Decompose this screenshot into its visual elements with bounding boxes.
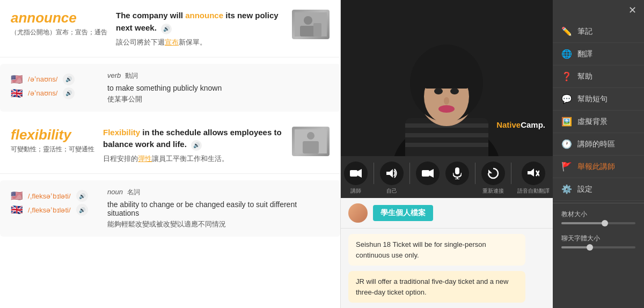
flag-icon: 🚩 xyxy=(561,162,572,172)
translate-label: 翻譯 xyxy=(577,49,592,59)
sound-btn-announce[interactable]: 🔊 xyxy=(161,24,172,34)
chat-message-2-text: JR will offer a traditional five-day tic… xyxy=(356,277,508,296)
sidebar-item-translate[interactable]: 🌐 翻譯 xyxy=(553,43,644,65)
control-mute-translation[interactable]: 語音自動翻譯 xyxy=(517,162,550,195)
def-zh-announce: 使某事公開 xyxy=(107,94,330,104)
mic-icon xyxy=(445,162,469,185)
control-reconnect[interactable]: 重新連接 xyxy=(481,162,505,195)
svg-point-1 xyxy=(304,16,312,25)
settings-label: 設定 xyxy=(577,185,592,194)
pos-label-announce: verb xyxy=(107,71,121,79)
chat-message-2: JR will offer a traditional five-day tic… xyxy=(348,271,525,303)
student-profile-button[interactable]: 學生個人檔案 xyxy=(373,205,433,221)
sidebar-item-report[interactable]: 🚩 舉報此講師 xyxy=(553,156,644,178)
student-avatar xyxy=(348,203,368,223)
control-volume-self[interactable]: 自己 xyxy=(380,162,404,195)
play-uk-announce[interactable]: 🔊 xyxy=(63,87,75,99)
flag-us-announce: 🇺🇸 xyxy=(11,74,23,85)
notes-icon: ✏️ xyxy=(561,26,572,36)
pron-uk-flexibility: 🇬🇧 /ˌfleksəˈbɪləti/ 🔊 xyxy=(11,204,97,216)
word-header-flexibility: flexibility 可變動性；靈活性；可變通性 Flexibility in… xyxy=(11,127,330,164)
pos-zh-announce: 動詞 xyxy=(125,72,138,79)
sidebar-item-settings[interactable]: ⚙️ 設定 xyxy=(553,178,644,201)
notes-label: 筆記 xyxy=(577,27,592,36)
control-camera-teacher[interactable]: 講師 xyxy=(344,162,368,195)
phrases-icon: 💬 xyxy=(561,94,572,104)
def-en-announce: to make something publicly known xyxy=(107,84,330,92)
controls-bar: 講師 自己 xyxy=(341,156,553,198)
pos-zh-flexibility: 名詞 xyxy=(127,188,140,196)
example-translation-flexibility: 日程安排的彈性讓員工平衡工作和生活。 xyxy=(103,154,283,164)
help-icon: ❓ xyxy=(561,71,572,82)
close-button[interactable]: ✕ xyxy=(553,0,644,20)
pron-us-announce: 🇺🇸 /əˈnaʊns/ 🔊 xyxy=(11,74,97,85)
phonetic-uk-flexibility: /ˌfleksəˈbɪləti/ xyxy=(28,206,71,214)
camera-teacher-label: 講師 xyxy=(350,187,361,195)
right-sidebar: ✕ ✏️ 筆記 🌐 翻譯 ❓ 幫助 💬 幫助短句 🖼️ 虛擬背景 🕐 講師的時區… xyxy=(553,0,644,308)
pronunciation-col-flexibility: 🇺🇸 /ˌfleksəˈbɪləti/ 🔊 🇬🇧 /ˌfleksəˈbɪləti… xyxy=(11,188,97,229)
zh-highlight-announce: 宣布 xyxy=(165,38,179,46)
pos-label-flexibility: noun xyxy=(107,188,123,196)
chat-size-thumb[interactable] xyxy=(587,244,593,251)
flag-us-flexibility: 🇺🇸 xyxy=(11,190,23,202)
sound-btn-flexibility[interactable]: 🔊 xyxy=(191,140,202,151)
svg-point-5 xyxy=(307,132,314,140)
highlight-announce: announce xyxy=(185,11,223,20)
sidebar-item-help[interactable]: ❓ 幫助 xyxy=(553,65,644,88)
dictionary-panel: announce （尤指公開地）宣布；宣告；通告 The company wil… xyxy=(0,0,341,308)
video-panel: NativeCamp. 講師 自己 xyxy=(341,0,553,308)
word-subtitle-flexibility: 可變動性；靈活性；可變通性 xyxy=(11,144,94,155)
divider-1 xyxy=(374,163,374,184)
report-label: 舉報此講師 xyxy=(577,162,615,172)
play-us-flexibility[interactable]: 🔊 xyxy=(76,190,88,202)
svg-rect-17 xyxy=(424,67,469,89)
chat-size-label: 聊天字體大小 xyxy=(561,234,635,243)
word-left-announce: announce （尤指公開地）宣布；宣告；通告 xyxy=(11,10,107,38)
svg-point-19 xyxy=(450,88,459,94)
control-camera-self[interactable] xyxy=(416,162,440,185)
example-box-announce: The company will announce its new policy… xyxy=(116,10,283,47)
svg-rect-6 xyxy=(303,141,319,153)
divider-2 xyxy=(409,163,410,184)
sidebar-item-notes[interactable]: ✏️ 筆記 xyxy=(553,20,644,43)
play-uk-flexibility[interactable]: 🔊 xyxy=(76,204,88,216)
word-section-flexibility: flexibility 可變動性；靈活性；可變通性 Flexibility in… xyxy=(0,117,340,174)
svg-marker-23 xyxy=(357,169,362,178)
chat-size-track[interactable] xyxy=(561,246,635,248)
def-en-flexibility: the ability to change or be changed easi… xyxy=(107,200,330,217)
definition-section-announce: 🇺🇸 /əˈnaʊns/ 🔊 🇬🇧 /əˈnaʊns/ 🔊 verb 動詞 to… xyxy=(0,64,340,112)
text-size-track[interactable] xyxy=(561,222,635,224)
chat-messages: Seishun 18 Ticket will be for single-per… xyxy=(341,229,553,308)
sidebar-item-virtual-bg[interactable]: 🖼️ 虛擬背景 xyxy=(553,111,644,133)
reconnect-label: 重新連接 xyxy=(482,187,504,195)
pos-flexibility: noun 名詞 xyxy=(107,188,330,197)
native-camp-logo: NativeCamp. xyxy=(496,120,545,129)
play-us-announce[interactable]: 🔊 xyxy=(63,74,75,85)
phonetic-uk-announce: /əˈnaʊns/ xyxy=(28,89,57,97)
word-left-flexibility: flexibility 可變動性；靈活性；可變通性 xyxy=(11,127,94,155)
sidebar-item-timezone[interactable]: 🕐 講師的時區 xyxy=(553,133,644,156)
mute-translation-icon xyxy=(522,162,545,185)
camera-self-icon xyxy=(416,162,440,185)
timezone-label: 講師的時區 xyxy=(577,140,615,149)
sidebar-item-phrases[interactable]: 💬 幫助短句 xyxy=(553,88,644,111)
flag-uk-announce: 🇬🇧 xyxy=(11,87,23,99)
reconnect-icon xyxy=(481,162,505,185)
control-mic[interactable] xyxy=(445,162,469,185)
svg-point-18 xyxy=(434,88,443,94)
translate-icon: 🌐 xyxy=(561,49,572,59)
video-placeholder: NativeCamp. xyxy=(341,0,553,156)
word-subtitle-announce: （尤指公開地）宣布；宣告；通告 xyxy=(11,27,107,38)
thumbnail-flexibility xyxy=(292,127,330,156)
svg-rect-3 xyxy=(313,23,321,36)
settings-icon: ⚙️ xyxy=(561,184,572,194)
thumbnail-img-announce xyxy=(292,10,330,39)
virtual-bg-icon: 🖼️ xyxy=(561,116,572,127)
divider-4 xyxy=(511,163,511,184)
pron-us-flexibility: 🇺🇸 /ˌfleksəˈbɪləti/ 🔊 xyxy=(11,190,97,202)
svg-point-20 xyxy=(444,97,449,105)
phonetic-us-flexibility: /ˌfleksəˈbɪləti/ xyxy=(28,192,71,200)
word-title-announce: announce xyxy=(11,10,107,26)
timezone-icon: 🕐 xyxy=(561,139,572,149)
text-size-thumb[interactable] xyxy=(602,220,608,226)
